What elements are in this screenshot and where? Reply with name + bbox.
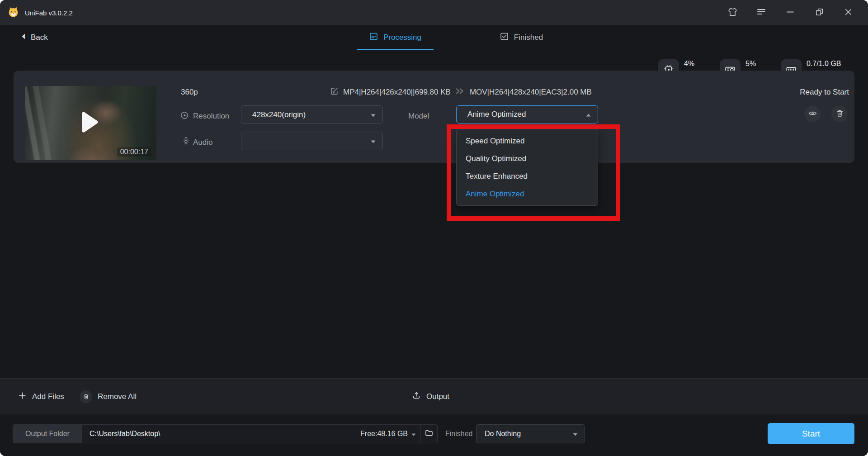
bottom-toolbar: Add Files Remove All Output	[0, 378, 868, 414]
start-label: Start	[802, 429, 820, 439]
plus-icon	[18, 391, 27, 402]
finished-check-icon	[500, 32, 509, 43]
resolution-play-circle-icon	[180, 111, 189, 122]
output-folder-bar: Output Folder C:\Users\fab\Desktop\ Free…	[13, 424, 438, 443]
trash-icon	[80, 390, 92, 403]
convert-arrow-icon	[455, 88, 465, 97]
start-button[interactable]: Start	[768, 423, 854, 444]
hamburger-menu-icon	[756, 6, 767, 19]
edit-info-icon[interactable]	[330, 87, 339, 98]
window-controls	[718, 0, 863, 25]
chevron-down-icon	[411, 430, 416, 438]
model-dropdown-list: Speed Optimized Quality Optimized Textur…	[456, 129, 598, 206]
back-button[interactable]: Back	[21, 25, 48, 50]
tshirt-icon	[727, 7, 738, 19]
output-label: Output	[426, 392, 449, 401]
finished-action-select[interactable]: Do Nothing	[476, 424, 585, 443]
close-icon	[843, 7, 854, 19]
processing-list-icon	[369, 32, 378, 43]
add-files-button[interactable]: Add Files	[18, 379, 64, 414]
restore-window-icon	[814, 7, 825, 19]
remove-all-button[interactable]: Remove All	[80, 379, 137, 414]
resolution-select[interactable]: 428x240(origin)	[241, 105, 383, 124]
chevron-down-icon	[371, 110, 376, 119]
folder-icon	[425, 428, 434, 439]
footer-bar: Output Folder C:\Users\fab\Desktop\ Free…	[0, 414, 868, 456]
model-option-anime[interactable]: Anime Optimized	[457, 185, 598, 203]
model-option-quality[interactable]: Quality Optimized	[457, 150, 598, 167]
browse-folder-button[interactable]	[420, 425, 437, 443]
audio-label: Audio	[193, 138, 212, 147]
audio-select[interactable]	[241, 132, 383, 150]
output-path-field[interactable]: C:\Users\fab\Desktop\	[82, 425, 360, 443]
finished-action-label: Finished	[445, 424, 472, 443]
minimize-icon	[785, 6, 796, 19]
upload-icon	[412, 391, 421, 402]
model-label: Model	[408, 112, 429, 121]
mram-value: 0.7/1.0 GB	[807, 60, 841, 68]
output-folder-label: Output Folder	[13, 425, 82, 443]
trash-icon	[835, 109, 844, 119]
titlebar: UniFab v3.0.2.2	[0, 0, 868, 25]
source-file-info: MP4|H264|426x240||699.80 KB	[343, 88, 451, 97]
resolution-label: Resolution	[193, 112, 229, 121]
back-label: Back	[31, 33, 48, 42]
minimize-button[interactable]	[776, 0, 805, 25]
video-duration: 00:00:17	[117, 147, 151, 157]
free-space-value: Free:48.16 GB	[360, 430, 408, 438]
file-info-row: MP4|H264|426x240||699.80 KB MOV|H264|428…	[330, 87, 592, 98]
app-identity: UniFab v3.0.2.2	[0, 6, 73, 20]
tab-processing-label: Processing	[383, 33, 421, 42]
delete-file-button[interactable]	[831, 106, 848, 122]
chevron-down-icon	[371, 137, 376, 146]
model-value: Anime Optimized	[467, 110, 526, 119]
app-window: UniFab v3.0.2.2	[0, 0, 868, 456]
model-select[interactable]: Anime Optimized	[456, 105, 598, 124]
resolution-value: 428x240(origin)	[252, 110, 306, 119]
restore-button[interactable]	[805, 0, 834, 25]
model-option-speed[interactable]: Speed Optimized	[457, 132, 598, 150]
tab-finished[interactable]: Finished	[488, 25, 554, 50]
video-thumbnail[interactable]: 00:00:17	[25, 86, 156, 160]
close-button[interactable]	[834, 0, 863, 25]
app-title: UniFab v3.0.2.2	[25, 9, 73, 17]
preview-button[interactable]	[804, 106, 821, 122]
cpu-value: 4%	[684, 60, 695, 68]
app-logo-cat-icon	[7, 6, 19, 20]
header-bar: Back Processing Finished	[0, 25, 868, 50]
free-space-dropdown[interactable]: Free:48.16 GB	[360, 425, 420, 443]
theme-skin-button[interactable]	[718, 0, 747, 25]
remove-all-label: Remove All	[98, 392, 137, 401]
microphone-icon	[182, 137, 190, 147]
chevron-up-icon	[586, 110, 591, 119]
finished-action-value: Do Nothing	[485, 430, 521, 438]
video-quality-label: 360p	[181, 88, 198, 97]
back-chevron-icon	[21, 33, 26, 42]
file-card: 00:00:17 360p MP4|H264|426x240||699.80 K…	[14, 71, 854, 163]
tab-processing[interactable]: Processing	[357, 25, 434, 50]
menu-button[interactable]	[747, 0, 776, 25]
gpu-value: 5%	[745, 60, 757, 68]
add-files-label: Add Files	[32, 392, 64, 401]
model-option-texture[interactable]: Texture Enhanced	[457, 167, 598, 185]
target-file-info: MOV|H264|428x240|EAC3|2.00 MB	[470, 88, 592, 97]
play-icon[interactable]	[82, 112, 98, 134]
chevron-down-icon	[573, 430, 578, 438]
output-group: Output	[412, 379, 449, 414]
status-text: Ready to Start	[800, 88, 849, 97]
eye-icon	[808, 109, 817, 120]
tab-finished-label: Finished	[514, 33, 543, 42]
